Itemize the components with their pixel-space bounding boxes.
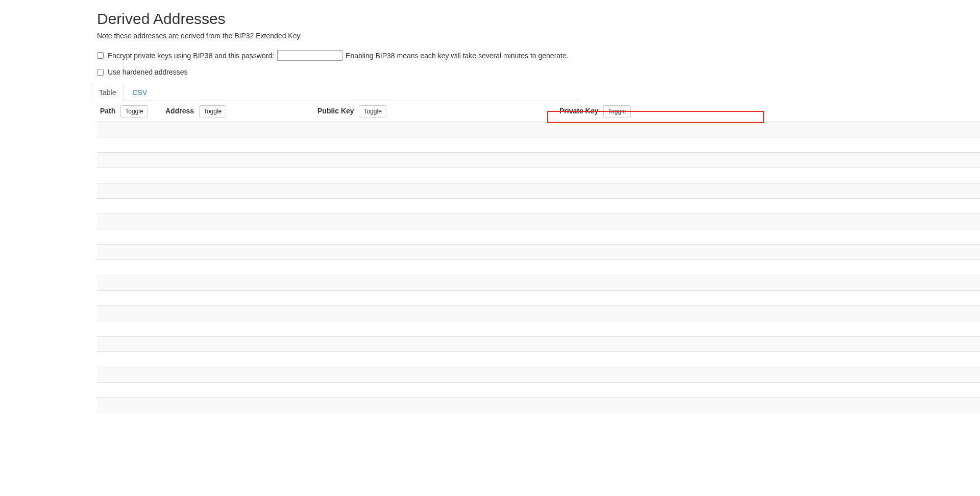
col-path-label: Path — [100, 107, 115, 115]
cell-address — [162, 398, 314, 413]
table-row — [97, 183, 980, 199]
col-header-privkey: Private Key Toggle — [556, 101, 980, 122]
table-row — [97, 306, 980, 321]
cell-path — [97, 352, 162, 367]
cell-privkey — [556, 321, 980, 337]
cell-address — [162, 321, 314, 337]
cell-path — [97, 275, 162, 291]
cell-path — [97, 122, 162, 137]
cell-address — [162, 352, 314, 367]
table-row — [97, 352, 980, 367]
cell-privkey — [556, 291, 980, 306]
cell-pubkey — [314, 337, 556, 352]
cell-pubkey — [314, 199, 556, 214]
bip38-row: Encrypt private keys using BIP38 and thi… — [97, 50, 980, 61]
bip38-checkbox[interactable] — [97, 52, 104, 59]
table-row — [97, 260, 980, 275]
cell-pubkey — [314, 398, 556, 413]
cell-address — [162, 245, 314, 260]
hardened-row: Use hardened addresses — [97, 68, 980, 76]
cell-path — [97, 398, 162, 413]
col-header-address: Address Toggle — [162, 101, 314, 122]
cell-path — [97, 245, 162, 260]
col-header-path: Path Toggle — [97, 101, 162, 122]
cell-privkey — [556, 398, 980, 413]
cell-address — [162, 137, 314, 153]
table-row — [97, 275, 980, 291]
cell-privkey — [556, 183, 980, 199]
cell-privkey — [556, 383, 980, 398]
cell-pubkey — [314, 291, 556, 306]
tab-table[interactable]: Table — [91, 84, 124, 101]
cell-path — [97, 383, 162, 398]
cell-privkey — [556, 337, 980, 352]
cell-pubkey — [314, 383, 556, 398]
cell-address — [162, 229, 314, 245]
toggle-address-button[interactable]: Toggle — [199, 105, 226, 117]
cell-path — [97, 183, 162, 199]
table-row — [97, 168, 980, 183]
table-row — [97, 337, 980, 352]
table-row — [97, 137, 980, 153]
col-address-label: Address — [165, 107, 194, 115]
cell-privkey — [556, 306, 980, 321]
toggle-privkey-button[interactable]: Toggle — [603, 105, 630, 117]
toggle-path-button[interactable]: Toggle — [120, 105, 148, 117]
hardened-checkbox[interactable] — [97, 69, 104, 76]
cell-pubkey — [314, 153, 556, 168]
cell-address — [162, 291, 314, 306]
cell-privkey — [556, 260, 980, 275]
cell-path — [97, 337, 162, 352]
table-row — [97, 214, 980, 229]
cell-address — [162, 337, 314, 352]
toggle-pubkey-button[interactable]: Toggle — [359, 105, 386, 117]
table-row — [97, 398, 980, 413]
hardened-label: Use hardened addresses — [108, 68, 187, 76]
cell-address — [162, 153, 314, 168]
cell-path — [97, 321, 162, 337]
cell-path — [97, 199, 162, 214]
cell-path — [97, 214, 162, 229]
cell-pubkey — [314, 321, 556, 337]
cell-path — [97, 367, 162, 383]
tab-csv[interactable]: CSV — [124, 84, 155, 101]
cell-privkey — [556, 229, 980, 245]
cell-privkey — [556, 245, 980, 260]
cell-privkey — [556, 137, 980, 153]
cell-pubkey — [314, 183, 556, 199]
cell-path — [97, 229, 162, 245]
cell-pubkey — [314, 214, 556, 229]
cell-address — [162, 306, 314, 321]
table-row — [97, 122, 980, 137]
bip38-password-input[interactable] — [277, 50, 342, 61]
cell-address — [162, 214, 314, 229]
cell-address — [162, 199, 314, 214]
cell-path — [97, 291, 162, 306]
cell-pubkey — [314, 260, 556, 275]
table-row — [97, 199, 980, 214]
cell-privkey — [556, 122, 980, 137]
page-title: Derived Addresses — [97, 10, 980, 28]
cell-address — [162, 183, 314, 199]
cell-privkey — [556, 153, 980, 168]
col-header-pubkey: Public Key Toggle — [314, 101, 556, 122]
cell-privkey — [556, 367, 980, 383]
table-row — [97, 245, 980, 260]
cell-address — [162, 275, 314, 291]
table-row — [97, 291, 980, 306]
cell-privkey — [556, 352, 980, 367]
col-pubkey-label: Public Key — [317, 107, 354, 115]
cell-pubkey — [314, 137, 556, 153]
table-row — [97, 153, 980, 168]
cell-path — [97, 306, 162, 321]
cell-privkey — [556, 199, 980, 214]
addresses-table: Path Toggle Address Toggle Public Key To… — [97, 101, 980, 413]
cell-address — [162, 260, 314, 275]
table-row — [97, 367, 980, 383]
cell-address — [162, 383, 314, 398]
cell-pubkey — [314, 352, 556, 367]
cell-privkey — [556, 275, 980, 291]
cell-privkey — [556, 168, 980, 183]
cell-pubkey — [314, 367, 556, 383]
col-privkey-label: Private Key — [559, 107, 598, 115]
